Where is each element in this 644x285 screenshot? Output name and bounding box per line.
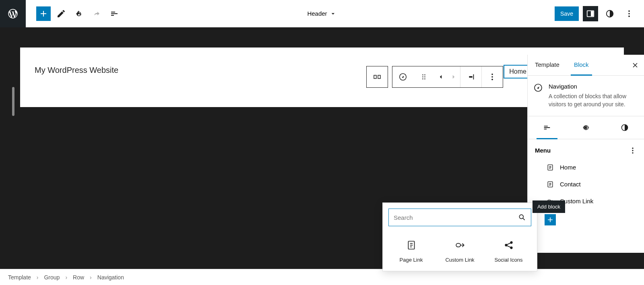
block-breadcrumb: Template › Group › Row › Navigation — [0, 269, 644, 285]
chevron-right-icon — [450, 73, 457, 81]
wordpress-logo[interactable] — [0, 0, 26, 27]
svg-rect-41 — [456, 244, 460, 247]
svg-point-9 — [422, 74, 423, 76]
list-view-icon — [109, 9, 119, 19]
breadcrumb-item[interactable]: Template — [8, 274, 31, 281]
more-vertical-icon[interactable] — [629, 147, 637, 155]
sidebar-toggle-icon — [586, 9, 595, 18]
settings-sidebar: Template Block Navigation A collection o… — [527, 55, 644, 253]
menu-item-home[interactable]: Home — [545, 160, 637, 175]
block-toolbar-group-2 — [392, 66, 503, 88]
share-icon — [504, 240, 514, 250]
pencil-icon — [56, 9, 66, 19]
move-right-button[interactable] — [447, 66, 460, 87]
chevron-down-icon — [330, 10, 337, 17]
breadcrumb-item[interactable]: Row — [73, 274, 84, 281]
gear-icon — [582, 124, 590, 132]
more-vertical-icon — [625, 9, 634, 18]
inserter-item-page-link[interactable]: Page Link — [387, 240, 436, 263]
inserter-search-wrap — [388, 209, 531, 226]
drag-icon — [420, 73, 428, 81]
options-button[interactable] — [621, 6, 637, 21]
tools-button[interactable] — [54, 6, 68, 21]
drag-handle[interactable] — [413, 66, 434, 87]
breadcrumb-item[interactable]: Navigation — [97, 274, 124, 281]
select-parent-button[interactable] — [367, 66, 388, 87]
inserter-item-label: Custom Link — [445, 257, 474, 263]
save-button[interactable]: Save — [555, 6, 579, 21]
sidebar-sub-tabs — [528, 116, 644, 139]
undo-icon — [74, 9, 84, 19]
block-inserter-toggle[interactable] — [36, 6, 51, 21]
justify-button[interactable] — [460, 66, 481, 87]
sub-tab-settings[interactable] — [566, 116, 605, 139]
styles-icon — [621, 124, 629, 132]
tab-block[interactable]: Block — [567, 55, 596, 75]
svg-rect-16 — [473, 74, 474, 80]
compass-icon — [533, 83, 543, 93]
more-vertical-icon — [488, 72, 497, 81]
sub-tab-list-view[interactable] — [528, 116, 566, 139]
breadcrumb-separator: › — [90, 274, 92, 281]
svg-point-18 — [491, 76, 493, 78]
svg-point-23 — [632, 147, 633, 149]
redo-icon — [92, 9, 101, 19]
block-type-button[interactable] — [392, 66, 413, 87]
close-sidebar-button[interactable] — [626, 55, 644, 75]
page-icon — [546, 180, 554, 188]
svg-point-4 — [628, 13, 630, 14]
svg-point-43 — [510, 242, 512, 243]
move-left-button[interactable] — [434, 66, 447, 87]
svg-point-17 — [491, 74, 493, 75]
sidebar-tabs: Template Block — [528, 55, 644, 76]
toolbar-right-group: Save — [555, 6, 644, 21]
page-icon — [406, 240, 417, 250]
plus-icon — [546, 216, 554, 224]
menu-title: Menu — [535, 147, 551, 154]
inserter-grid: Page Link Custom Link Social Icons — [383, 232, 537, 271]
svg-point-12 — [424, 76, 425, 78]
sub-tab-styles[interactable] — [605, 116, 644, 139]
scrollbar-left[interactable] — [12, 87, 14, 116]
row-icon — [372, 72, 382, 82]
breadcrumb-item[interactable]: Group — [44, 274, 60, 281]
search-icon — [518, 213, 526, 221]
document-title[interactable]: Header — [307, 10, 336, 17]
add-block-button[interactable] — [545, 214, 556, 225]
svg-point-25 — [632, 152, 633, 153]
document-overview-button[interactable] — [107, 6, 122, 21]
undo-button[interactable] — [72, 6, 86, 21]
view-button[interactable] — [583, 6, 598, 21]
svg-point-14 — [424, 78, 425, 80]
inserter-item-custom-link[interactable]: Custom Link — [436, 240, 484, 263]
menu-item-label: Contact — [560, 181, 581, 188]
menu-item-label: Home — [560, 164, 576, 171]
inserter-item-social-icons[interactable]: Social Icons — [484, 240, 533, 263]
svg-point-44 — [510, 247, 512, 248]
svg-rect-15 — [469, 76, 472, 78]
svg-point-35 — [519, 215, 523, 219]
menu-item-contact[interactable]: Contact — [545, 177, 637, 192]
block-options-button[interactable] — [482, 66, 503, 87]
compass-icon — [398, 72, 407, 81]
block-toolbar-group-1 — [366, 66, 388, 88]
wordpress-icon — [7, 8, 19, 19]
tab-template[interactable]: Template — [528, 55, 567, 75]
svg-point-21 — [585, 126, 587, 128]
styles-button[interactable] — [602, 6, 617, 21]
plus-icon — [39, 9, 48, 19]
chevron-left-icon — [437, 73, 444, 81]
list-icon — [543, 123, 551, 132]
menu-panel: Menu Home Contact Custom Link — [528, 139, 644, 233]
svg-line-36 — [523, 218, 525, 220]
inserter-search-input[interactable] — [394, 214, 518, 221]
editor-canvas-wrap: My WordPress Website Home Contact Add li… — [0, 27, 644, 269]
page-icon — [546, 163, 554, 171]
svg-point-10 — [424, 74, 425, 76]
toolbar-left-group — [26, 6, 122, 21]
inserter-item-label: Social Icons — [494, 257, 522, 263]
redo-button[interactable] — [89, 6, 104, 21]
add-block-tooltip: Add block — [533, 200, 565, 213]
inserter-item-label: Page Link — [400, 257, 423, 263]
svg-point-24 — [632, 150, 633, 151]
